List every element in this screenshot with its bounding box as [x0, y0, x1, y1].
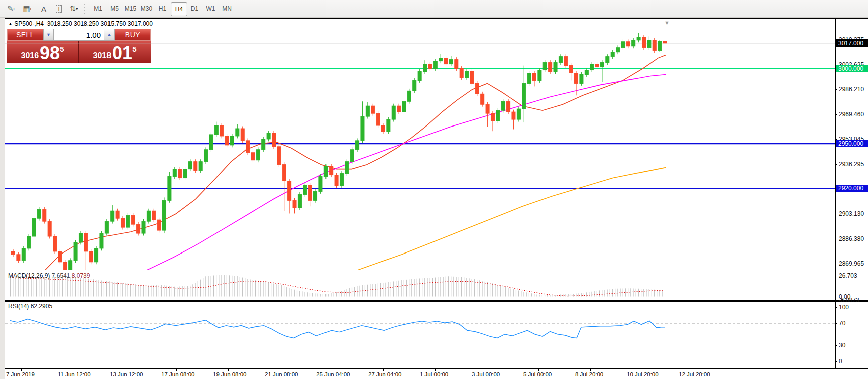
timeframe-button-mn[interactable]: MN — [219, 2, 235, 15]
time-axis-tick — [694, 369, 694, 371]
rsi-axis-label: 0 — [839, 358, 868, 365]
time-axis-tick — [435, 369, 436, 371]
candle-body — [131, 215, 135, 224]
candle-body — [350, 150, 354, 162]
candle-body — [183, 169, 187, 178]
axis-tick — [835, 323, 837, 324]
candle-body — [496, 110, 500, 121]
macd-axis-label: 26.703 — [839, 272, 868, 279]
candle-body — [439, 58, 443, 61]
candle-body — [647, 40, 651, 48]
candle-body — [199, 162, 202, 171]
candle-body — [590, 64, 594, 70]
rsi-value: 62.2905 — [31, 303, 52, 310]
pane-separator[interactable] — [5, 270, 868, 270]
macd-signal-line — [10, 278, 664, 296]
candle-body — [376, 113, 380, 125]
time-axis-label: 8 Jul 20:00 — [575, 371, 603, 377]
candle-body — [626, 42, 630, 46]
grid-tool-icon[interactable]: ▦F — [20, 2, 35, 15]
timeframe-button-m15[interactable]: M15 — [123, 2, 138, 15]
axis-tick — [835, 276, 837, 276]
toolbar-grip[interactable] — [84, 3, 87, 15]
axis-tick — [835, 239, 837, 239]
price-axis-label: 2969.460 — [839, 111, 868, 118]
candle-body — [549, 63, 552, 72]
time-axis-label: 10 Jul 20:00 — [627, 371, 659, 377]
text-box-tool-icon[interactable]: T — [51, 2, 66, 15]
macd-pane[interactable] — [5, 271, 835, 300]
candle-body — [168, 177, 171, 201]
pane-separator[interactable] — [5, 300, 868, 301]
timeframe-button-m5[interactable]: M5 — [106, 2, 122, 15]
timeframe-button-w1[interactable]: W1 — [203, 2, 219, 15]
candle-body — [236, 129, 239, 136]
time-axis-label: 13 Jun 12:00 — [110, 371, 143, 377]
price-badge-3017.000: 3017.000 — [836, 39, 868, 47]
time-axis-label: 27 Jun 04:00 — [368, 371, 402, 377]
rsi-pane[interactable] — [5, 302, 835, 368]
candle-body — [512, 112, 515, 119]
candle-body — [204, 150, 208, 162]
expert-draw-tool-icon[interactable]: ✎E — [4, 2, 19, 15]
timeframe-button-m30[interactable]: M30 — [139, 2, 154, 15]
candle-body — [314, 191, 317, 200]
rsi-axis-label: 70 — [839, 320, 868, 327]
candle-body — [214, 125, 218, 135]
chart-window[interactable]: ▲ SP500-,H4 3018.250 3018.250 3015.750 3… — [5, 18, 868, 379]
candle-body — [137, 224, 140, 233]
candle-body — [267, 133, 270, 139]
candle-body — [460, 69, 463, 78]
candle-body — [658, 41, 662, 51]
candle-body — [152, 211, 156, 220]
time-axis-label: 12 Jul 20:00 — [679, 371, 710, 377]
candle-body — [387, 119, 390, 132]
candle-body — [663, 41, 667, 43]
candle-body — [433, 61, 437, 69]
timeframe-button-h4[interactable]: H4 — [171, 2, 187, 16]
candle-body — [188, 162, 192, 169]
timeframe-button-h1[interactable]: H1 — [155, 2, 170, 15]
arrows-tool-icon[interactable]: ⇅▾ — [66, 2, 81, 15]
toolbar: ✎E ▦F A T ⇅▾ M1M5M15M30H1H4D1W1MN — [0, 0, 868, 18]
price-axis-label: 2886.380 — [839, 235, 868, 242]
time-axis-tick — [590, 369, 591, 371]
candle-body — [32, 218, 36, 236]
candle-body — [89, 251, 93, 262]
candle-body — [100, 233, 103, 248]
candle-body — [632, 40, 635, 46]
timeframe-button-d1[interactable]: D1 — [187, 2, 202, 15]
candle-body — [17, 255, 20, 261]
price-pane[interactable] — [5, 19, 835, 270]
candle-body — [178, 169, 182, 178]
candle-body — [163, 200, 166, 230]
candle-body — [486, 104, 489, 113]
ma-slow-line — [343, 168, 666, 270]
time-axis-label: 5 Jul 00:00 — [523, 371, 552, 377]
candle-body — [475, 83, 479, 94]
time-axis-tick — [228, 369, 229, 371]
candle-body — [282, 165, 286, 181]
candle-body — [356, 141, 359, 150]
candle-body — [37, 209, 41, 218]
macd-indicator-label: MACD(12,26,9) 7.6541 8.0739 — [8, 272, 90, 279]
time-axis-tick — [176, 369, 177, 371]
candle-body — [256, 150, 260, 160]
candle-body — [361, 116, 364, 141]
candle-body — [340, 174, 343, 186]
candle-body — [288, 181, 291, 201]
candle-body — [173, 169, 176, 177]
candle-body — [575, 73, 578, 84]
text-label-tool-icon[interactable]: A — [36, 2, 51, 15]
axis-tick — [835, 214, 837, 214]
candle-body — [142, 221, 145, 233]
candle-body — [147, 211, 150, 221]
candle-body — [330, 166, 333, 175]
time-axis-tick — [280, 369, 280, 371]
axis-tick — [835, 114, 837, 115]
timeframe-button-m1[interactable]: M1 — [90, 2, 106, 15]
axis-tick — [835, 307, 837, 308]
candle-body — [121, 218, 124, 227]
candle-body — [105, 221, 108, 233]
macd-value-main: 7.6541 — [52, 272, 70, 279]
